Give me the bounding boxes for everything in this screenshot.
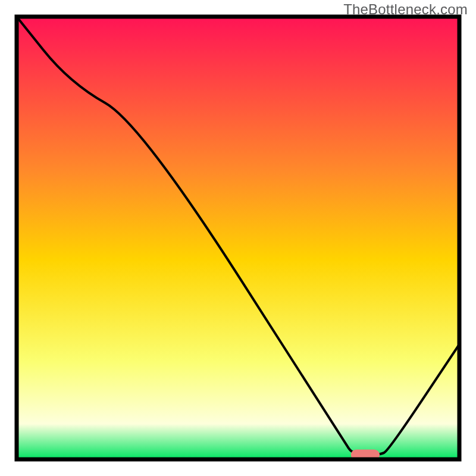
bottleneck-chart [0, 0, 476, 476]
gradient-background [17, 17, 459, 459]
chart-container: TheBottleneck.com [0, 0, 476, 476]
